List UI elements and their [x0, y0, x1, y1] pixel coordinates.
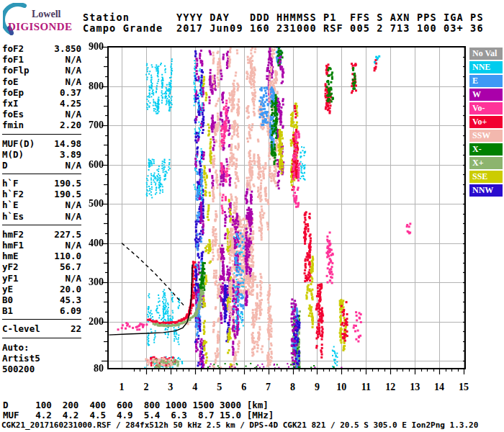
ionogram-app: Lowell DIGISONDE Station YYYY DAY DDD HH… [0, 0, 504, 432]
param-label: D [2, 160, 8, 171]
param-value: N/A [65, 211, 81, 222]
param-label: C-level [2, 323, 40, 334]
param-value: N/A [65, 65, 81, 76]
y-axis-tick-label: 300 [68, 276, 104, 288]
y-axis-tick-label: 600 [68, 159, 104, 171]
y-axis-tick-label: 900 [68, 41, 104, 53]
param-value: 56.7 [60, 261, 81, 272]
logo-digisonde-text: DIGISONDE [8, 21, 72, 33]
x-axis-tick-label: 6 [232, 382, 256, 393]
param-row-mufd: MUF(D)14.98 [2, 138, 81, 149]
x-axis-tick-label: 3 [158, 382, 183, 393]
x-axis-tick-label: 2 [134, 382, 158, 393]
legend-item-w: W [469, 89, 503, 101]
legend-item-e: E [469, 75, 503, 87]
param-label: yE [2, 284, 13, 294]
param-row-hf: h`F190.5 [2, 178, 81, 189]
header-line-1: Station YYYY DAY DDD HHMMSS P1 FFS S AXN… [83, 12, 484, 23]
param-label: foF1 [2, 54, 24, 65]
param-value: 110.0 [54, 251, 81, 261]
param-label: foFlp [2, 65, 30, 76]
param-row-foflp: foFlpN/A [2, 65, 81, 76]
param-value: 14.98 [54, 138, 81, 149]
legend-item-vo-: Vo- [469, 102, 503, 114]
autoscaling-info: Auto: [2, 342, 81, 353]
y-axis-tick-label: 800 [68, 81, 104, 92]
header-block: Station YYYY DAY DDD HHMMSS P1 FFS S AXN… [83, 12, 484, 34]
param-label: fmin [2, 120, 24, 130]
y-axis-tick-label: 500 [68, 198, 104, 210]
lowell-digisonde-logo: Lowell DIGISONDE [3, 3, 84, 37]
param-label: foF2 [2, 43, 24, 54]
x-axis-tick-label: 14 [427, 382, 451, 393]
param-label: MUF(D) [2, 138, 35, 149]
param-label: foEp [2, 87, 24, 98]
autoscaling-info: Artist5 [2, 353, 81, 364]
param-label: B0 [2, 294, 13, 305]
param-label: yF1 [2, 273, 19, 284]
param-label: foE [2, 76, 19, 87]
x-axis-tick-label: 4 [183, 382, 207, 393]
param-value: 45.3 [60, 294, 81, 305]
x-axis-tick-label: 9 [305, 382, 329, 393]
param-label: fxI [2, 98, 19, 109]
param-label: hmE [2, 251, 19, 261]
legend-item-vo+: Vo+ [469, 116, 503, 128]
param-value: N/A [65, 109, 81, 120]
param-value: 6.09 [60, 305, 81, 316]
y-axis-tick-label: 80 [68, 363, 104, 374]
param-row-fxi: fxI4.25 [2, 98, 81, 109]
param-divider [2, 134, 81, 135]
x-axis-tick-label: 7 [256, 382, 281, 393]
param-value: 190.5 [54, 178, 81, 189]
x-axis-tick-label: 13 [402, 382, 427, 393]
x-axis-tick-label: 8 [281, 382, 305, 393]
x-axis-tick-label: 1 [109, 382, 134, 393]
param-divider [2, 174, 81, 174]
param-label: h`E [2, 199, 19, 210]
param-row-yf2: yF256.7 [2, 261, 81, 272]
param-label: B1 [2, 305, 13, 316]
param-value: 4.25 [60, 98, 81, 109]
param-label: yF2 [2, 261, 19, 272]
legend-item-nnw: NNW [469, 184, 503, 197]
legend-item-ssw: SSW [469, 130, 503, 142]
param-row-b1: B16.09 [2, 305, 81, 316]
param-label: M(D) [2, 149, 24, 160]
param-row-hme: hmE110.0 [2, 251, 81, 261]
y-axis-tick-label: 400 [68, 238, 104, 249]
legend-item-sse: SSE [469, 171, 503, 183]
y-axis-tick-label: 200 [68, 316, 104, 328]
distance-row: D 100 200 400 600 800 1000 1500 3000 [km… [3, 400, 269, 410]
param-label: h`F2 [2, 189, 24, 199]
param-divider [2, 338, 81, 338]
param-row-foes: foEsN/A [2, 109, 81, 120]
echo-direction-legend: No ValNNEEWVo-Vo+SSWX-X+SSENNW [469, 48, 503, 198]
param-label: foEs [2, 109, 24, 120]
x-axis-tick-label: 5 [207, 382, 232, 393]
x-axis-tick-label: 11 [354, 382, 378, 393]
param-row-b0: B045.3 [2, 294, 81, 305]
y-axis-tick-label: 700 [68, 120, 104, 131]
param-label: hmF2 [2, 229, 24, 240]
legend-item-x+: X+ [469, 157, 503, 169]
x-axis-tick-label: 10 [329, 382, 354, 393]
param-row-hes: h`EsN/A [2, 211, 81, 222]
logo-lowell-text: Lowell [32, 9, 60, 20]
header-line-2: Campo Grande 2017 Jun09 160 231000 RSF 0… [83, 22, 484, 34]
param-label: h`F [2, 178, 19, 189]
legend-item-noval: No Val [469, 48, 503, 60]
param-row-fof1: foF1N/A [2, 54, 81, 65]
ionogram-canvas [99, 38, 474, 378]
x-axis-tick-label: 12 [378, 382, 402, 393]
status-line: CGK21_2017160231000.RSF / 284fx512h 50 k… [1, 420, 478, 430]
param-label: hmF1 [2, 240, 24, 251]
param-label: h`Es [2, 211, 24, 222]
muf-row: MUF 4.2 4.2 4.5 4.9 5.4 6.3 8.7 15.0 [MH… [3, 410, 274, 420]
param-value: N/A [65, 54, 81, 65]
legend-item-nne: NNE [469, 61, 503, 73]
x-axis-tick-label: 15 [451, 382, 476, 393]
legend-item-x-: X- [469, 143, 503, 156]
param-divider [2, 225, 81, 225]
